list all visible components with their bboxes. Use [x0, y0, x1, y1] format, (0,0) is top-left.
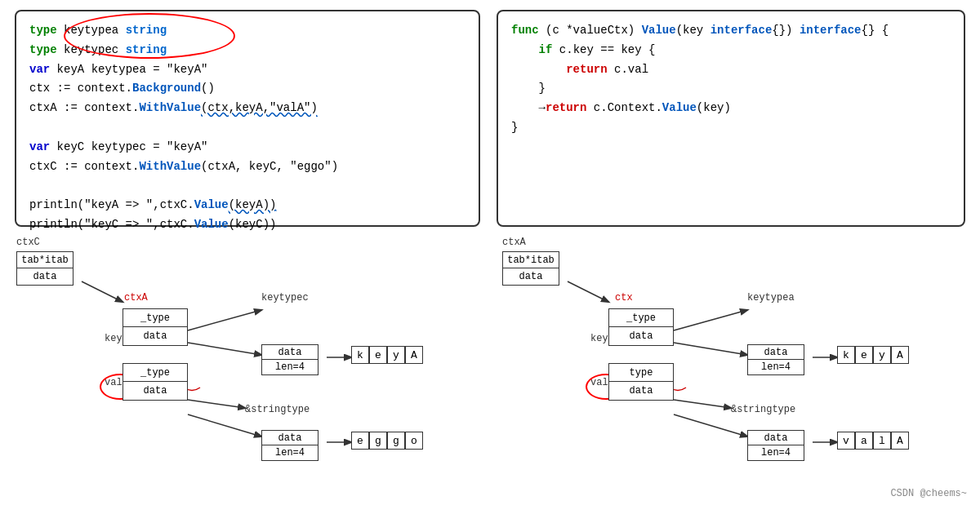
rchar-l: l [873, 432, 891, 450]
watermark: CSDN @cheems~ [890, 488, 967, 499]
char-g2: g [387, 432, 405, 450]
char-o: o [405, 432, 423, 450]
char-y: y [387, 346, 405, 364]
stringtype-label-left: &stringtype [245, 404, 310, 415]
keyword-var2: var [29, 140, 50, 153]
rcode1d: {} { [862, 24, 889, 37]
code-line-9: println("keyC => ",ctxC.Value(keyC)) [29, 215, 466, 235]
code-line-3: var keyA keytypea = "keyA" [29, 60, 466, 80]
type-string2: string [126, 43, 167, 56]
svg-line-5 [188, 414, 261, 436]
svg-line-4 [188, 400, 245, 408]
keyA-chars-left: k e y A [351, 346, 423, 364]
ctxC-label: ctxC [16, 237, 40, 248]
keyword-type: type [29, 24, 64, 37]
outer-box-data: data [16, 268, 74, 286]
value-call1: Value [194, 198, 229, 211]
key-data-box: data [261, 344, 318, 361]
right-inner-type2: type [608, 363, 674, 383]
type-string: string [126, 24, 167, 37]
right-line-4: } [511, 79, 951, 99]
rchar-e: e [855, 346, 873, 364]
inner-data1: data [122, 326, 188, 346]
code-text5b: (ctx,keyA,"valA") [201, 101, 318, 114]
value-method: Value [642, 24, 676, 37]
eggo-len-box: len=4 [261, 445, 318, 461]
right-code-panel: func (c *valueCtx) Value(key interface{}… [497, 10, 965, 227]
rcode1: (c *valueCtx) [546, 24, 642, 37]
rchar-y: y [873, 346, 891, 364]
value-call2: Value [194, 218, 229, 231]
left-diagram-arrows [8, 237, 486, 506]
code-line-4: ctx := context.Background() [29, 79, 466, 99]
inner-data2: data [122, 381, 188, 401]
background-call: Background [132, 82, 201, 95]
key-label-right: key [590, 333, 608, 344]
left-diagram: ctxC tab*itab data ctxA keytypec key _ty… [8, 237, 486, 506]
right-outer-box-data: data [502, 268, 559, 286]
val-label-left: val [105, 377, 122, 388]
char-g1: g [369, 432, 387, 450]
valA-data-box: data [747, 430, 804, 446]
code-text9: println("keyC => ",ctxC. [29, 218, 194, 231]
code-line-blank2 [29, 176, 466, 196]
right-inner-data2: data [608, 381, 674, 401]
code-line-blank1 [29, 118, 466, 138]
interface-kw2: interface [800, 24, 862, 37]
rchar-A2: A [891, 432, 909, 450]
rcode6: } [511, 121, 518, 134]
left-code-panel: type keytypea string type keytypec strin… [15, 10, 480, 227]
svg-line-0 [82, 281, 122, 302]
right-key-data-box: data [747, 344, 804, 361]
rcode3b: c.val [614, 63, 648, 76]
code-text7b: (ctxA, keyC, "eggo") [201, 160, 338, 173]
ctxA-inner-label: ctxA [124, 292, 148, 304]
keytypec-label: keytypec [261, 292, 309, 304]
top-section: type keytypea string type keytypec strin… [0, 0, 980, 237]
val-label-right: val [590, 377, 608, 388]
right-key-len-box: len=4 [747, 359, 804, 375]
code-text5: ctxA := context. [29, 101, 139, 114]
keyword-func: func [511, 24, 546, 37]
char-e: e [369, 346, 387, 364]
code-line-6: var keyC keytypec = "keyA" [29, 138, 466, 157]
code-text6: keyC keytypec = "keyA" [50, 140, 207, 153]
code-line-1: type keytypea string [29, 21, 466, 41]
svg-line-11 [674, 400, 731, 408]
valA-len-box: len=4 [747, 445, 804, 461]
inner-type2: _type [122, 363, 188, 383]
code-text2: keytypec [64, 43, 126, 56]
right-inner-data1: data [608, 326, 674, 346]
eggo-data-box: data [261, 430, 318, 446]
code-text8b: (keyA)) [229, 198, 277, 211]
rcode4: } [511, 82, 546, 95]
rcode5c: (key) [697, 101, 731, 114]
value-call-inner: Value [662, 101, 697, 114]
ctxA-label: ctxA [502, 237, 526, 248]
rchar-A: A [891, 346, 909, 364]
code-line-5: ctxA := context.WithValue(ctx,keyA,"valA… [29, 99, 466, 118]
svg-line-1 [188, 310, 261, 330]
keyword-return1: return [566, 63, 614, 76]
code-line-7: ctxC := context.WithValue(ctxA, keyC, "e… [29, 157, 466, 177]
keyword-if: if [539, 43, 559, 56]
svg-line-7 [568, 281, 608, 302]
rchar-v: v [837, 432, 855, 450]
outer-box-itab: tab*itab [16, 251, 74, 269]
ctx-inner-label: ctx [615, 292, 633, 304]
code-text8: println("keyA => ",ctxC. [29, 198, 194, 211]
code-text4b: () [201, 82, 215, 95]
right-line-1: func (c *valueCtx) Value(key interface{}… [511, 21, 951, 41]
char-e2: e [351, 432, 369, 450]
svg-line-8 [674, 310, 747, 330]
code-line-8: println("keyA => ",ctxC.Value(keyA)) [29, 196, 466, 215]
rcode2a [511, 43, 539, 56]
keyword-return2: return [546, 101, 594, 114]
keytypea-label: keytypea [747, 292, 795, 304]
svg-line-12 [674, 414, 747, 436]
code-text: keytypea [64, 24, 126, 37]
inner-type1: _type [122, 308, 188, 328]
code-text4: ctx := context. [29, 82, 132, 95]
rcode3a [511, 63, 566, 76]
key-len-box: len=4 [261, 359, 318, 375]
